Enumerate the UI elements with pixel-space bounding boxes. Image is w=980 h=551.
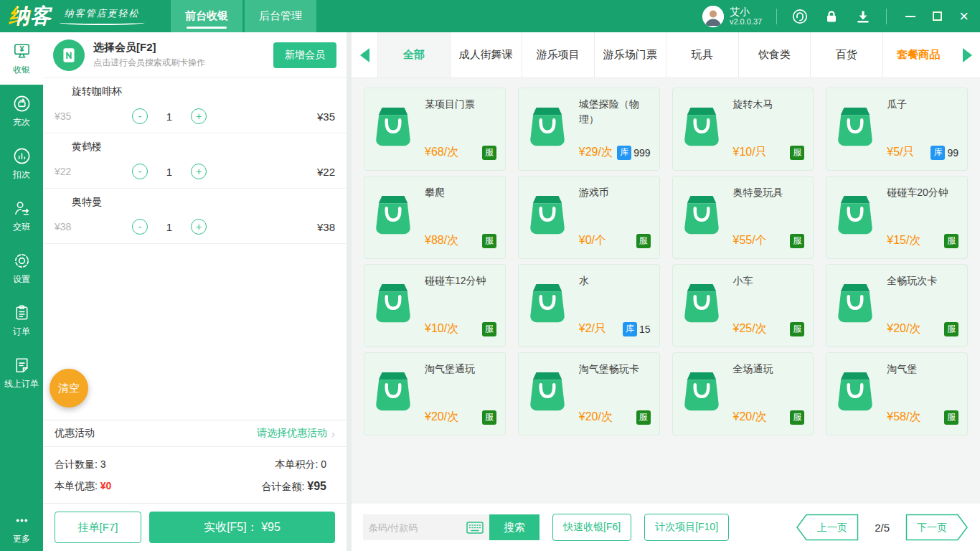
tab-front-cashier[interactable]: 前台收银	[171, 0, 242, 32]
user-block[interactable]: 艾小 v2.0.0.37	[702, 6, 762, 27]
sidebar-item-recharge-times[interactable]: 充次	[0, 85, 43, 137]
sidebar-item-deduct-times[interactable]: 扣次	[0, 137, 43, 189]
select-member-title: 选择会员[F2]	[93, 41, 205, 55]
sidebar-item-more[interactable]: 更多	[0, 505, 43, 551]
category-tab[interactable]: 饮食类	[738, 32, 811, 77]
category-tab[interactable]: 游乐场门票	[594, 32, 666, 77]
product-card[interactable]: 瓜子 ¥5/只 库 99	[826, 88, 968, 171]
checkout-button[interactable]: 实收[F5]： ¥95	[149, 512, 335, 543]
decrease-qty-button[interactable]: -	[132, 164, 148, 179]
product-card[interactable]: 淘气堡 ¥58/次 服	[826, 352, 968, 435]
window-close-button[interactable]: ×	[959, 9, 969, 24]
window-maximize-button[interactable]	[933, 11, 942, 21]
product-card[interactable]: 小车 ¥25/次 服	[672, 264, 814, 347]
category-scroll-right-button[interactable]	[954, 32, 980, 77]
tab-backend-management[interactable]: 后台管理	[245, 0, 316, 32]
cart-item-name: 旋转咖啡杯	[72, 85, 122, 98]
download-icon[interactable]	[854, 8, 872, 25]
service-badge: 服	[636, 234, 651, 248]
shopping-bag-icon	[372, 105, 416, 153]
category-tab[interactable]: 全部	[377, 32, 450, 77]
category-tab[interactable]: 百货	[810, 32, 882, 77]
search-button[interactable]: 搜索	[489, 514, 540, 540]
product-name: 攀爬	[425, 185, 496, 200]
topbar-divider	[886, 9, 887, 24]
customer-service-icon[interactable]	[791, 8, 809, 25]
product-card[interactable]: 游戏币 ¥0/个 服	[518, 176, 660, 259]
product-price: ¥58/次	[887, 410, 920, 425]
service-badge: 服	[482, 322, 496, 336]
total-qty-value: 3	[100, 458, 106, 470]
orders-clipboard-icon	[12, 303, 32, 323]
product-card[interactable]: 全场通玩 ¥20/次 服	[672, 352, 814, 435]
lock-icon[interactable]	[823, 8, 840, 25]
sidebar-item-cashier[interactable]: ¥ 收银	[0, 32, 43, 85]
count-item-button[interactable]: 计次项目[F10]	[644, 514, 729, 541]
user-avatar	[702, 6, 724, 27]
service-badge: 服	[636, 410, 651, 425]
more-dots-icon	[12, 511, 32, 530]
window-minimize-button[interactable]	[905, 16, 915, 17]
category-tab[interactable]: 套餐商品	[882, 32, 955, 77]
promo-activity-row[interactable]: 优惠活动 请选择优惠活动 ›	[43, 420, 347, 446]
category-tab[interactable]: 游乐项目	[522, 32, 594, 77]
stock-badge: 库	[930, 146, 945, 160]
sidebar-item-online-orders[interactable]: 线上订单	[0, 347, 43, 399]
bottom-action-bar: 搜索 快速收银[F6] 计次项目[F10] 上一页 2/5 下一页	[352, 504, 980, 551]
product-card[interactable]: 全畅玩次卡 ¥20/次 服	[826, 264, 968, 347]
category-tab[interactable]: 成人街舞课	[450, 32, 522, 77]
product-card[interactable]: 某项目门票 ¥68/次 服	[364, 88, 506, 171]
product-card[interactable]: 碰碰车12分钟 ¥10/次 服	[364, 264, 506, 347]
sidebar-item-orders[interactable]: 订单	[0, 294, 43, 347]
left-sidebar: ¥ 收银 充次 扣次 交班 设置	[0, 32, 43, 551]
keyboard-icon[interactable]	[466, 522, 484, 534]
hold-order-button[interactable]: 挂单[F7]	[55, 512, 141, 543]
sidebar-item-settings[interactable]: 设置	[0, 242, 43, 294]
increase-qty-button[interactable]: +	[191, 164, 207, 179]
product-card[interactable]: 奥特曼玩具 ¥55/个 服	[672, 176, 814, 259]
category-scroll-left-button[interactable]	[352, 32, 377, 77]
product-card[interactable]: 淘气堡通玩 ¥20/次 服	[364, 352, 506, 435]
barcode-input[interactable]	[369, 522, 466, 533]
cart-item: 普 黄鹤楼 ¥22 - 1 + ¥22	[43, 133, 347, 189]
cart-item-list: 服 旋转咖啡杯 ¥35 - 1 + ¥35	[43, 78, 347, 244]
product-card[interactable]: 碰碰车20分钟 ¥15/次 服	[826, 176, 968, 259]
product-card[interactable]: 淘气堡畅玩卡 ¥20/次 服	[518, 352, 660, 435]
quantity-stepper: - 1 +	[132, 219, 207, 235]
top-bar: 纳纳客 纳客管店更轻松 前台收银 后台管理 艾小 v2.0.0.37	[0, 0, 980, 32]
points-value: 0	[321, 458, 326, 470]
clear-cart-button[interactable]: 清空	[50, 369, 88, 408]
shopping-bag-icon	[526, 105, 570, 153]
product-card[interactable]: 攀爬 ¥88/次 服	[364, 176, 506, 259]
increase-qty-button[interactable]: +	[191, 108, 207, 124]
promo-select-link[interactable]: 请选择优惠活动	[257, 427, 327, 440]
shopping-bag-icon	[526, 370, 570, 418]
product-price: ¥15/次	[887, 233, 920, 248]
product-name: 碰碰车20分钟	[887, 185, 958, 200]
cashier-monitor-icon: ¥	[12, 42, 32, 61]
settings-gear-icon	[12, 251, 32, 270]
category-tab[interactable]: 玩具	[666, 32, 738, 77]
increase-qty-button[interactable]: +	[191, 219, 207, 235]
next-page-button[interactable]: 下一页	[905, 514, 969, 541]
decrease-qty-button[interactable]: -	[132, 219, 148, 235]
shopping-bag-icon	[526, 194, 570, 241]
product-name: 旋转木马	[733, 97, 805, 112]
product-card[interactable]: 城堡探险（物理） ¥29/次 库 999	[518, 88, 660, 171]
decrease-qty-button[interactable]: -	[132, 108, 148, 124]
add-member-button[interactable]: 新增会员	[273, 42, 336, 68]
quick-cashier-button[interactable]: 快速收银[F6]	[552, 514, 631, 541]
app-slogan: 纳客管店更轻松	[59, 7, 145, 25]
cart-item-unit-price: ¥35	[55, 110, 132, 122]
select-member-row[interactable]: 选择会员[F2] 点击进行会员搜索或刷卡操作 新增会员	[43, 32, 347, 78]
sidebar-item-shift-change[interactable]: 交班	[0, 189, 43, 242]
product-card[interactable]: 水 ¥2/只 库 15	[518, 264, 660, 347]
prev-page-button[interactable]: 上一页	[796, 514, 859, 541]
service-badge: 服	[790, 410, 804, 425]
shopping-bag-icon	[680, 194, 725, 241]
chevron-right-icon: ›	[331, 428, 335, 440]
stock-count: 999	[633, 147, 650, 159]
product-card[interactable]: 旋转木马 ¥10/只 服	[672, 88, 814, 171]
product-price: ¥20/次	[733, 410, 767, 425]
deduct-times-chart-icon	[12, 146, 32, 166]
